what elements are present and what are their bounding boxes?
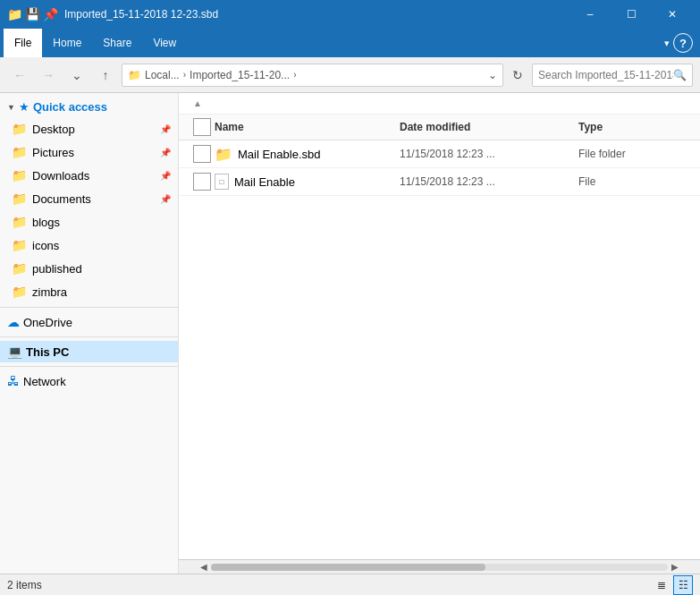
divider1 [0, 307, 178, 308]
menu-tab-share[interactable]: Share [92, 29, 142, 57]
file-name-2: Mail Enable [234, 175, 295, 189]
titlebar-controls: – ☐ ✕ [569, 0, 693, 29]
header-check [193, 118, 215, 136]
downloads-folder-icon: 📁 [11, 167, 27, 183]
documents-folder-icon: 📁 [11, 191, 27, 207]
scroll-right-button[interactable]: ▶ [668, 562, 682, 572]
help-button[interactable]: ? [673, 33, 693, 53]
scroll-left-button[interactable]: ◀ [197, 562, 211, 572]
table-row[interactable]: □ Mail Enable 11/15/2018 12:23 ... File [179, 168, 700, 196]
checkbox-2[interactable] [193, 173, 211, 191]
horizontal-scrollbar: ◀ ▶ [179, 559, 700, 574]
scrollbar-thumb[interactable] [211, 564, 485, 571]
sidebar-item-documents[interactable]: 📁 Documents 📌 [0, 187, 178, 210]
quick-access-header[interactable]: ▼ ★ Quick access [0, 97, 178, 117]
address-chevron-icon[interactable]: ⌄ [488, 69, 497, 81]
scrollbar-track[interactable] [211, 564, 668, 571]
file-list: 📁 Mail Enable.sbd 11/15/2018 12:23 ... F… [179, 140, 700, 559]
content-sort-header: ▲ [179, 93, 700, 115]
select-all-checkbox[interactable] [193, 118, 211, 136]
back-button[interactable]: ← [7, 63, 32, 88]
sidebar-label-desktop: Desktop [32, 123, 75, 136]
dropdown-button[interactable]: ⌄ [64, 63, 89, 88]
menu-tab-home[interactable]: Home [42, 29, 92, 57]
forward-button[interactable]: → [36, 63, 61, 88]
sidebar-item-zimbra[interactable]: 📁 zimbra [0, 280, 178, 303]
menubar-right: ▾ ? [664, 29, 696, 57]
sidebar-label-icons: icons [32, 239, 59, 252]
toolbar: ← → ⌄ ↑ 📁 Local... › Imported_15-11-20..… [0, 57, 700, 93]
address-part1: Local... [145, 69, 180, 81]
network-icon: 🖧 [7, 374, 20, 388]
file-type-2: File [578, 175, 686, 188]
file-icon-2: □ [215, 174, 229, 190]
sidebar-item-downloads[interactable]: 📁 Downloads 📌 [0, 164, 178, 187]
thispc-icon: 💻 [7, 344, 22, 359]
sidebar: ▼ ★ Quick access 📁 Desktop 📌 📁 Pictures … [0, 93, 179, 574]
header-date[interactable]: Date modified [400, 121, 578, 133]
content-area: ▲ Name Date modified Type 📁 Mail Enable.… [179, 93, 700, 574]
sidebar-item-blogs[interactable]: 📁 blogs [0, 210, 178, 234]
address-bar[interactable]: 📁 Local... › Imported_15-11-20... › ⌄ [122, 64, 503, 87]
list-view-button[interactable]: ≣ [652, 575, 671, 595]
maximize-button[interactable]: ☐ [611, 0, 652, 29]
item-count: 2 items [7, 579, 42, 591]
refresh-button[interactable]: ↻ [507, 64, 528, 86]
sidebar-item-icons[interactable]: 📁 icons [0, 234, 178, 257]
minimize-button[interactable]: – [569, 0, 611, 29]
icons-folder-icon: 📁 [11, 237, 27, 253]
quick-access-star-icon: ★ [19, 100, 30, 114]
file-name-1: Mail Enable.sbd [238, 148, 321, 161]
sidebar-item-published[interactable]: 📁 published [0, 257, 178, 280]
app-icon-pin: 📌 [43, 7, 57, 21]
zimbra-folder-icon: 📁 [11, 284, 27, 300]
search-icon: 🔍 [673, 69, 687, 81]
search-bar[interactable]: 🔍 [532, 64, 693, 87]
divider2 [0, 336, 178, 337]
divider3 [0, 366, 178, 367]
up-button[interactable]: ↑ [93, 63, 118, 88]
folder-icon-1: 📁 [215, 146, 232, 163]
header-name[interactable]: Name [215, 121, 400, 133]
sidebar-label-blogs: blogs [32, 216, 60, 229]
pin-icon-pictures: 📌 [160, 148, 171, 157]
pin-icon-desktop: 📌 [160, 124, 171, 134]
address-folder-icon: 📁 [128, 69, 141, 81]
details-view-button[interactable]: ☷ [673, 575, 693, 595]
sidebar-item-desktop[interactable]: 📁 Desktop 📌 [0, 117, 178, 140]
address-arrow1: › [183, 70, 186, 80]
view-controls: ≣ ☷ [652, 575, 693, 595]
file-date-1: 11/15/2018 12:23 ... [400, 148, 578, 160]
titlebar: 📁 💾 📌 Imported_15-11-2018 12-23.sbd – ☐ … [0, 0, 700, 29]
onedrive-label: OneDrive [23, 316, 72, 329]
published-folder-icon: 📁 [11, 260, 27, 276]
pin-icon-downloads: 📌 [160, 171, 171, 181]
sidebar-label-pictures: Pictures [32, 146, 74, 159]
network-label: Network [23, 375, 66, 388]
address-arrow2: › [293, 70, 296, 80]
onedrive-icon: ☁ [7, 315, 20, 329]
checkbox-1[interactable] [193, 145, 211, 163]
menu-tab-view[interactable]: View [142, 29, 187, 57]
header-type[interactable]: Type [578, 121, 686, 133]
sidebar-item-pictures[interactable]: 📁 Pictures 📌 [0, 140, 178, 164]
table-row[interactable]: 📁 Mail Enable.sbd 11/15/2018 12:23 ... F… [179, 140, 700, 168]
file-list-header: Name Date modified Type [179, 115, 700, 140]
thispc-label: This PC [26, 345, 69, 359]
ribbon-toggle[interactable]: ▾ [664, 38, 670, 49]
network-header[interactable]: 🖧 Network [0, 370, 178, 392]
search-input[interactable] [538, 69, 673, 81]
sidebar-label-published: published [32, 262, 82, 276]
app-icon-folder: 📁 [7, 7, 21, 21]
onedrive-header[interactable]: ☁ OneDrive [0, 311, 178, 333]
close-button[interactable]: ✕ [652, 0, 693, 29]
desktop-folder-icon: 📁 [11, 121, 27, 137]
menu-tab-file[interactable]: File [4, 29, 42, 57]
row-checkbox-2[interactable] [193, 173, 215, 191]
titlebar-title: Imported_15-11-2018 12-23.sbd [64, 8, 569, 21]
menubar: File Home Share View ▾ ? [0, 29, 700, 57]
sort-arrow-icon: ▲ [193, 98, 202, 108]
row-checkbox-1[interactable] [193, 145, 215, 163]
sidebar-label-zimbra: zimbra [32, 285, 67, 299]
thispc-header[interactable]: 💻 This PC [0, 341, 178, 362]
